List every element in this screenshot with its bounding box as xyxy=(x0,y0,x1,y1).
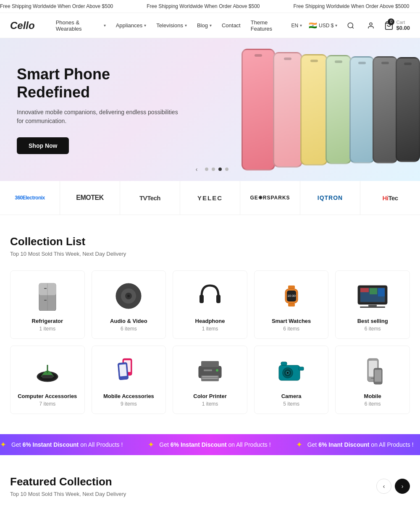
nav-phones-wearables[interactable]: Phones & Wearables ▾ xyxy=(52,16,110,35)
mobile-icon xyxy=(356,354,389,388)
svg-rect-16 xyxy=(288,303,295,307)
brand-360electronix[interactable]: 360Electronix xyxy=(0,181,60,215)
hero-image xyxy=(168,38,420,181)
svg-point-42 xyxy=(216,369,218,372)
announcement-bar: Free Shipping Worldwide When Order Above… xyxy=(0,0,420,13)
collection-count: 1 items xyxy=(202,401,218,407)
svg-point-49 xyxy=(287,372,289,374)
brands-bar: 360Electronix EMOTEK TVTech YELEC GE❋RSP… xyxy=(0,181,420,215)
featured-next-button[interactable]: › xyxy=(395,479,410,494)
brand-gearsparks[interactable]: GE❋RSPARKS xyxy=(240,181,300,215)
main-nav: Phones & Wearables ▾ Appliances ▾ Televi… xyxy=(52,16,291,35)
currency-selector[interactable]: 🇮🇳 USD $ ▾ xyxy=(309,21,337,29)
featured-section: Featured Collection Top 10 Most Sold Thi… xyxy=(0,455,420,524)
smartwatch-icon: 10:30 xyxy=(275,279,308,313)
collection-card-mobile-acc[interactable]: Mobile Accessories 9 items xyxy=(92,346,166,414)
shop-now-button[interactable]: Shop Now xyxy=(17,137,69,154)
collection-name: Computer Accessories xyxy=(18,393,77,399)
hero-dot-1[interactable] xyxy=(205,168,208,171)
brand-yelec[interactable]: YELEC xyxy=(180,181,240,215)
headphone-icon xyxy=(193,279,227,313)
brand-hitec[interactable]: HiTec xyxy=(360,181,420,215)
collection-card-headphone[interactable]: Headphone 1 items xyxy=(173,270,247,339)
nav-contact[interactable]: Contact xyxy=(218,19,245,32)
phone-1 xyxy=(242,49,275,170)
featured-prev-button[interactable]: ‹ xyxy=(376,479,391,494)
nav-televisions[interactable]: Televisions ▾ xyxy=(152,19,191,32)
svg-rect-15 xyxy=(288,286,295,289)
collection-card-refrigerator[interactable]: Refrigerator 1 items xyxy=(10,270,85,339)
star-icon: ✦ xyxy=(0,440,6,449)
svg-rect-45 xyxy=(299,367,304,370)
svg-point-12 xyxy=(127,295,130,297)
promo-marquee: ✦ Get 6% Instant Discount on All Product… xyxy=(0,440,420,449)
hero-banner: Smart Phone Redefined Innovative mobile … xyxy=(0,38,420,181)
collection-count: 5 items xyxy=(283,401,299,407)
svg-rect-23 xyxy=(360,288,369,292)
svg-line-1 xyxy=(352,27,354,28)
hero-dot-2[interactable] xyxy=(212,168,215,171)
cart-label: Cart $0.00 xyxy=(396,20,410,31)
collection-name: Headphone xyxy=(195,318,225,324)
collection-count: 6 items xyxy=(365,326,381,332)
featured-nav: ‹ › xyxy=(376,479,410,494)
cart-button[interactable]: 0 Cart $0.00 xyxy=(384,20,410,31)
brand-emotek[interactable]: EMOTEK xyxy=(60,181,120,215)
chevron-down-icon: ▾ xyxy=(335,23,337,28)
chevron-down-icon: ▾ xyxy=(185,23,187,28)
collection-name: Mobile Accessories xyxy=(103,393,154,399)
announcement-text-1: Free Shipping Worldwide When Order Above… xyxy=(0,3,113,9)
logo[interactable]: Cello xyxy=(10,20,35,31)
featured-title: Featured Collection xyxy=(10,475,126,488)
brand-iqtron[interactable]: IQTRON xyxy=(300,181,360,215)
collection-card-bestselling[interactable]: Best selling 6 items xyxy=(335,270,410,339)
svg-point-0 xyxy=(348,23,353,28)
account-button[interactable] xyxy=(364,19,378,32)
mobile-accessories-icon xyxy=(112,354,145,388)
header: Cello Phones & Wearables ▾ Appliances ▾ … xyxy=(0,13,420,38)
hero-dot-3[interactable] xyxy=(218,168,222,171)
hero-content: Smart Phone Redefined Innovative mobile … xyxy=(17,65,185,154)
collection-count: 6 items xyxy=(365,401,381,407)
collection-card-smartwatch[interactable]: 10:30 Smart Watches 6 items xyxy=(254,270,329,339)
collection-card-camera[interactable]: Camera 5 items xyxy=(254,346,329,414)
svg-rect-54 xyxy=(368,360,372,360)
phone-2 xyxy=(273,52,302,168)
collection-count: 1 items xyxy=(39,326,55,332)
hero-subtitle: Innovative mobile companions, delivering… xyxy=(17,108,185,126)
phone-6 xyxy=(373,56,398,163)
collection-count: 7 items xyxy=(39,401,55,407)
language-selector[interactable]: EN ▾ xyxy=(291,23,302,29)
promo-item-2: ✦ Get 6% Instant Discount on All Product… xyxy=(148,440,270,449)
chevron-down-icon: ▾ xyxy=(210,23,212,28)
bestselling-icon xyxy=(356,279,389,313)
collection-count: 9 items xyxy=(121,401,137,407)
brand-logo: EMOTEK xyxy=(76,194,103,202)
collection-card-printer[interactable]: Color Printer 1 items xyxy=(173,346,247,414)
collection-card-computer-acc[interactable]: Computer Accessories 7 items xyxy=(10,346,85,414)
svg-rect-41 xyxy=(202,378,218,379)
collection-grid-row1: Refrigerator 1 items Audio & Video 6 ite… xyxy=(10,270,410,339)
brand-logo: HiTec xyxy=(382,194,398,202)
hero-dot-4[interactable] xyxy=(225,168,228,171)
phone-4 xyxy=(326,55,352,164)
collection-name: Smart Watches xyxy=(272,318,311,324)
printer-icon xyxy=(193,354,227,388)
search-button[interactable] xyxy=(344,19,357,32)
phones-display xyxy=(244,38,420,181)
nav-blog[interactable]: Blog ▾ xyxy=(193,19,216,32)
brand-tvtech[interactable]: TVTech xyxy=(120,181,180,215)
nav-appliances[interactable]: Appliances ▾ xyxy=(112,19,151,32)
hero-prev-button[interactable]: ‹ xyxy=(192,164,202,174)
nav-theme-features[interactable]: Theme Features xyxy=(247,16,291,35)
announcement-marquee: Free Shipping Worldwide When Order Above… xyxy=(0,3,420,9)
cart-count: 0 xyxy=(388,18,394,25)
svg-rect-8 xyxy=(44,300,47,301)
collection-card-mobile[interactable]: Mobile 6 items xyxy=(335,346,410,414)
collection-count: 6 items xyxy=(283,326,299,332)
svg-rect-13 xyxy=(200,295,204,303)
brand-logo: 360Electronix xyxy=(15,195,45,201)
svg-rect-27 xyxy=(360,307,385,308)
collection-card-audio[interactable]: Audio & Video 6 items xyxy=(92,270,166,339)
announcement-text-3: Free Shipping Worldwide When Order Above… xyxy=(294,3,410,9)
